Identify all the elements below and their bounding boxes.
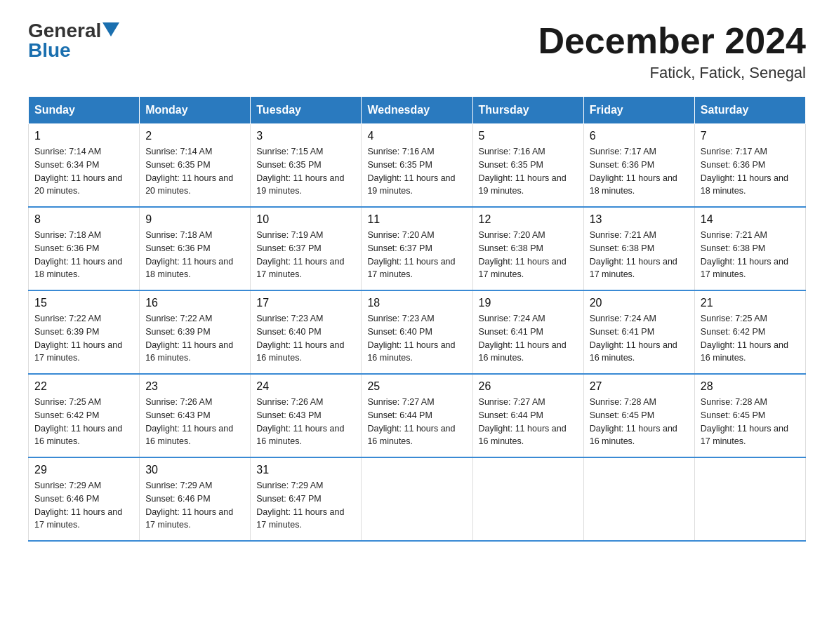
day-info: Sunrise: 7:14 AM Sunset: 6:34 PM Dayligh… [34, 145, 133, 198]
calendar-cell: 10 Sunrise: 7:19 AM Sunset: 6:37 PM Dayl… [251, 207, 362, 290]
logo-blue-text: Blue [28, 41, 71, 60]
col-header-thursday: Thursday [472, 97, 583, 124]
day-info: Sunrise: 7:21 AM Sunset: 6:38 PM Dayligh… [590, 229, 689, 281]
day-number: 7 [701, 130, 800, 142]
calendar-cell [583, 457, 694, 541]
day-info: Sunrise: 7:28 AM Sunset: 6:45 PM Dayligh… [590, 396, 689, 448]
calendar-cell: 21 Sunrise: 7:25 AM Sunset: 6:42 PM Dayl… [694, 290, 805, 374]
calendar-table: SundayMondayTuesdayWednesdayThursdayFrid… [28, 96, 806, 542]
calendar-cell: 8 Sunrise: 7:18 AM Sunset: 6:36 PM Dayli… [29, 207, 140, 290]
day-info: Sunrise: 7:27 AM Sunset: 6:44 PM Dayligh… [479, 396, 578, 448]
logo: General Blue [28, 21, 119, 60]
calendar-cell: 22 Sunrise: 7:25 AM Sunset: 6:42 PM Dayl… [29, 374, 140, 457]
calendar-cell [362, 457, 472, 541]
day-info: Sunrise: 7:17 AM Sunset: 6:36 PM Dayligh… [590, 145, 689, 198]
day-info: Sunrise: 7:15 AM Sunset: 6:35 PM Dayligh… [256, 145, 355, 198]
day-info: Sunrise: 7:26 AM Sunset: 6:43 PM Dayligh… [256, 396, 355, 448]
day-number: 8 [34, 213, 133, 226]
day-info: Sunrise: 7:23 AM Sunset: 6:40 PM Dayligh… [256, 312, 355, 365]
day-number: 11 [367, 213, 466, 226]
day-number: 20 [590, 297, 689, 309]
day-info: Sunrise: 7:27 AM Sunset: 6:44 PM Dayligh… [367, 396, 466, 448]
calendar-cell: 24 Sunrise: 7:26 AM Sunset: 6:43 PM Dayl… [251, 374, 362, 457]
calendar-cell: 30 Sunrise: 7:29 AM Sunset: 6:46 PM Dayl… [140, 457, 251, 541]
calendar-cell: 6 Sunrise: 7:17 AM Sunset: 6:36 PM Dayli… [583, 124, 694, 208]
day-number: 1 [34, 130, 133, 142]
day-info: Sunrise: 7:20 AM Sunset: 6:37 PM Dayligh… [367, 229, 466, 281]
day-number: 3 [256, 130, 355, 142]
calendar-cell: 1 Sunrise: 7:14 AM Sunset: 6:34 PM Dayli… [29, 124, 140, 208]
day-number: 15 [34, 297, 133, 309]
calendar-cell: 15 Sunrise: 7:22 AM Sunset: 6:39 PM Dayl… [29, 290, 140, 374]
day-info: Sunrise: 7:22 AM Sunset: 6:39 PM Dayligh… [145, 312, 244, 365]
day-info: Sunrise: 7:19 AM Sunset: 6:37 PM Dayligh… [256, 229, 355, 281]
calendar-cell: 23 Sunrise: 7:26 AM Sunset: 6:43 PM Dayl… [140, 374, 251, 457]
day-info: Sunrise: 7:24 AM Sunset: 6:41 PM Dayligh… [479, 312, 578, 365]
day-info: Sunrise: 7:29 AM Sunset: 6:46 PM Dayligh… [145, 479, 244, 532]
col-header-tuesday: Tuesday [251, 97, 362, 124]
day-number: 14 [701, 213, 800, 226]
day-number: 31 [256, 464, 355, 476]
calendar-cell: 12 Sunrise: 7:20 AM Sunset: 6:38 PM Dayl… [472, 207, 583, 290]
day-info: Sunrise: 7:22 AM Sunset: 6:39 PM Dayligh… [34, 312, 133, 365]
calendar-cell: 14 Sunrise: 7:21 AM Sunset: 6:38 PM Dayl… [694, 207, 805, 290]
day-info: Sunrise: 7:24 AM Sunset: 6:41 PM Dayligh… [590, 312, 689, 365]
day-number: 13 [590, 213, 689, 226]
day-number: 26 [479, 380, 578, 393]
day-info: Sunrise: 7:23 AM Sunset: 6:40 PM Dayligh… [367, 312, 466, 365]
calendar-cell: 26 Sunrise: 7:27 AM Sunset: 6:44 PM Dayl… [472, 374, 583, 457]
day-number: 28 [701, 380, 800, 393]
calendar-cell: 5 Sunrise: 7:16 AM Sunset: 6:35 PM Dayli… [472, 124, 583, 208]
day-number: 21 [701, 297, 800, 309]
day-info: Sunrise: 7:25 AM Sunset: 6:42 PM Dayligh… [701, 312, 800, 365]
calendar-cell: 28 Sunrise: 7:28 AM Sunset: 6:45 PM Dayl… [694, 374, 805, 457]
calendar-week-row: 1 Sunrise: 7:14 AM Sunset: 6:34 PM Dayli… [29, 124, 806, 208]
calendar-cell [472, 457, 583, 541]
day-number: 12 [479, 213, 578, 226]
calendar-cell: 2 Sunrise: 7:14 AM Sunset: 6:35 PM Dayli… [140, 124, 251, 208]
calendar-week-row: 15 Sunrise: 7:22 AM Sunset: 6:39 PM Dayl… [29, 290, 806, 374]
calendar-week-row: 22 Sunrise: 7:25 AM Sunset: 6:42 PM Dayl… [29, 374, 806, 457]
col-header-friday: Friday [583, 97, 694, 124]
day-info: Sunrise: 7:21 AM Sunset: 6:38 PM Dayligh… [701, 229, 800, 281]
day-number: 2 [145, 130, 244, 142]
day-number: 18 [367, 297, 466, 309]
calendar-cell: 27 Sunrise: 7:28 AM Sunset: 6:45 PM Dayl… [583, 374, 694, 457]
col-header-wednesday: Wednesday [362, 97, 472, 124]
calendar-cell: 31 Sunrise: 7:29 AM Sunset: 6:47 PM Dayl… [251, 457, 362, 541]
calendar-cell: 29 Sunrise: 7:29 AM Sunset: 6:46 PM Dayl… [29, 457, 140, 541]
day-number: 10 [256, 213, 355, 226]
location-subtitle: Fatick, Fatick, Senegal [538, 64, 806, 82]
day-info: Sunrise: 7:25 AM Sunset: 6:42 PM Dayligh… [34, 396, 133, 448]
calendar-cell: 20 Sunrise: 7:24 AM Sunset: 6:41 PM Dayl… [583, 290, 694, 374]
logo-general-text: General [28, 21, 101, 41]
day-info: Sunrise: 7:17 AM Sunset: 6:36 PM Dayligh… [701, 145, 800, 198]
day-number: 9 [145, 213, 244, 226]
title-block: December 2024 Fatick, Fatick, Senegal [538, 21, 806, 82]
month-title: December 2024 [538, 21, 806, 61]
day-number: 22 [34, 380, 133, 393]
day-number: 16 [145, 297, 244, 309]
calendar-cell: 16 Sunrise: 7:22 AM Sunset: 6:39 PM Dayl… [140, 290, 251, 374]
calendar-week-row: 8 Sunrise: 7:18 AM Sunset: 6:36 PM Dayli… [29, 207, 806, 290]
col-header-sunday: Sunday [29, 97, 140, 124]
calendar-cell: 17 Sunrise: 7:23 AM Sunset: 6:40 PM Dayl… [251, 290, 362, 374]
day-info: Sunrise: 7:14 AM Sunset: 6:35 PM Dayligh… [145, 145, 244, 198]
logo-triangle-icon [102, 22, 119, 36]
col-header-saturday: Saturday [694, 97, 805, 124]
calendar-cell: 25 Sunrise: 7:27 AM Sunset: 6:44 PM Dayl… [362, 374, 472, 457]
calendar-cell: 18 Sunrise: 7:23 AM Sunset: 6:40 PM Dayl… [362, 290, 472, 374]
day-info: Sunrise: 7:18 AM Sunset: 6:36 PM Dayligh… [34, 229, 133, 281]
calendar-cell: 19 Sunrise: 7:24 AM Sunset: 6:41 PM Dayl… [472, 290, 583, 374]
day-info: Sunrise: 7:29 AM Sunset: 6:46 PM Dayligh… [34, 479, 133, 532]
day-info: Sunrise: 7:18 AM Sunset: 6:36 PM Dayligh… [145, 229, 244, 281]
day-number: 24 [256, 380, 355, 393]
calendar-header-row: SundayMondayTuesdayWednesdayThursdayFrid… [29, 97, 806, 124]
calendar-week-row: 29 Sunrise: 7:29 AM Sunset: 6:46 PM Dayl… [29, 457, 806, 541]
day-number: 27 [590, 380, 689, 393]
day-info: Sunrise: 7:26 AM Sunset: 6:43 PM Dayligh… [145, 396, 244, 448]
day-number: 30 [145, 464, 244, 476]
calendar-cell: 7 Sunrise: 7:17 AM Sunset: 6:36 PM Dayli… [694, 124, 805, 208]
day-info: Sunrise: 7:16 AM Sunset: 6:35 PM Dayligh… [479, 145, 578, 198]
calendar-cell: 11 Sunrise: 7:20 AM Sunset: 6:37 PM Dayl… [362, 207, 472, 290]
